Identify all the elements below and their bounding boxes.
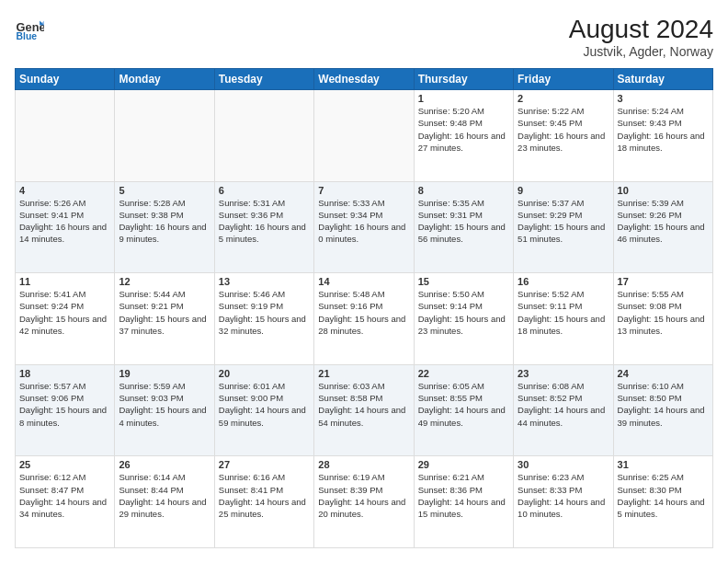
table-row: 18Sunrise: 5:57 AMSunset: 9:06 PMDayligh…: [16, 364, 115, 456]
daylight-text: Daylight: 15 hours and 46 minutes.: [618, 222, 705, 244]
sunrise-text: Sunrise: 5:48 AM: [318, 289, 384, 299]
sunset-text: Sunset: 9:26 PM: [618, 210, 682, 220]
table-row: 17Sunrise: 5:55 AMSunset: 9:08 PMDayligh…: [613, 273, 712, 365]
sunrise-text: Sunrise: 5:24 AM: [618, 106, 684, 116]
sunrise-text: Sunrise: 6:05 AM: [418, 381, 484, 391]
table-row: 25Sunrise: 6:12 AMSunset: 8:47 PMDayligh…: [16, 456, 115, 548]
day-info: Sunrise: 6:01 AMSunset: 9:00 PMDaylight:…: [219, 380, 310, 429]
sunset-text: Sunset: 8:39 PM: [318, 485, 382, 495]
logo-icon: General Blue: [15, 15, 44, 44]
day-number: 23: [518, 368, 609, 379]
sunrise-text: Sunrise: 5:35 AM: [418, 198, 484, 208]
calendar-subtitle: Justvik, Agder, Norway: [569, 44, 713, 59]
day-info: Sunrise: 6:19 AMSunset: 8:39 PMDaylight:…: [318, 471, 409, 520]
sunset-text: Sunset: 8:52 PM: [518, 393, 582, 403]
sunrise-text: Sunrise: 6:12 AM: [19, 472, 85, 482]
table-row: [214, 90, 313, 182]
day-info: Sunrise: 6:21 AMSunset: 8:36 PMDaylight:…: [418, 471, 509, 520]
sunrise-text: Sunrise: 5:26 AM: [19, 198, 85, 208]
table-row: 28Sunrise: 6:19 AMSunset: 8:39 PMDayligh…: [314, 456, 414, 548]
day-info: Sunrise: 5:31 AMSunset: 9:36 PMDaylight:…: [219, 197, 310, 246]
daylight-text: Daylight: 14 hours and 10 minutes.: [518, 497, 605, 519]
daylight-text: Daylight: 14 hours and 25 minutes.: [219, 497, 306, 519]
sunset-text: Sunset: 9:21 PM: [119, 301, 183, 311]
day-info: Sunrise: 5:26 AMSunset: 9:41 PMDaylight:…: [19, 197, 110, 246]
day-number: 2: [518, 93, 609, 104]
table-row: 11Sunrise: 5:41 AMSunset: 9:24 PMDayligh…: [16, 273, 115, 365]
day-number: 27: [219, 459, 310, 470]
day-info: Sunrise: 5:20 AMSunset: 9:48 PMDaylight:…: [418, 105, 509, 154]
daylight-text: Daylight: 15 hours and 56 minutes.: [418, 222, 506, 244]
daylight-text: Daylight: 16 hours and 27 minutes.: [418, 131, 506, 153]
daylight-text: Daylight: 14 hours and 54 minutes.: [318, 405, 405, 427]
sunset-text: Sunset: 9:38 PM: [119, 210, 183, 220]
table-row: 23Sunrise: 6:08 AMSunset: 8:52 PMDayligh…: [514, 364, 613, 456]
header-wednesday: Wednesday: [314, 69, 414, 90]
day-info: Sunrise: 5:28 AMSunset: 9:38 PMDaylight:…: [119, 197, 210, 246]
day-number: 20: [219, 368, 310, 379]
table-row: 30Sunrise: 6:23 AMSunset: 8:33 PMDayligh…: [514, 456, 613, 548]
table-row: 27Sunrise: 6:16 AMSunset: 8:41 PMDayligh…: [214, 456, 313, 548]
sunrise-text: Sunrise: 5:55 AM: [618, 289, 684, 299]
sunrise-text: Sunrise: 5:52 AM: [518, 289, 584, 299]
table-row: 6Sunrise: 5:31 AMSunset: 9:36 PMDaylight…: [214, 181, 313, 273]
sunset-text: Sunset: 8:44 PM: [119, 485, 183, 495]
sunset-text: Sunset: 8:58 PM: [318, 393, 382, 403]
day-info: Sunrise: 6:03 AMSunset: 8:58 PMDaylight:…: [318, 380, 409, 429]
day-number: 29: [418, 459, 509, 470]
sunrise-text: Sunrise: 6:16 AM: [219, 472, 285, 482]
header: General Blue August 2024 Justvik, Agder,…: [15, 15, 713, 59]
sunrise-text: Sunrise: 5:39 AM: [618, 198, 684, 208]
daylight-text: Daylight: 15 hours and 51 minutes.: [518, 222, 605, 244]
sunset-text: Sunset: 9:11 PM: [518, 301, 582, 311]
table-row: 29Sunrise: 6:21 AMSunset: 8:36 PMDayligh…: [414, 456, 513, 548]
daylight-text: Daylight: 15 hours and 23 minutes.: [418, 314, 506, 336]
sunrise-text: Sunrise: 5:46 AM: [219, 289, 285, 299]
daylight-text: Daylight: 14 hours and 5 minutes.: [618, 497, 705, 519]
sunset-text: Sunset: 8:30 PM: [618, 485, 682, 495]
day-info: Sunrise: 5:37 AMSunset: 9:29 PMDaylight:…: [518, 197, 609, 246]
table-row: 2Sunrise: 5:22 AMSunset: 9:45 PMDaylight…: [514, 90, 613, 182]
day-info: Sunrise: 5:39 AMSunset: 9:26 PMDaylight:…: [618, 197, 709, 246]
daylight-text: Daylight: 15 hours and 18 minutes.: [518, 314, 605, 336]
day-info: Sunrise: 5:22 AMSunset: 9:45 PMDaylight:…: [518, 105, 609, 154]
calendar-week-3: 11Sunrise: 5:41 AMSunset: 9:24 PMDayligh…: [16, 273, 713, 365]
day-info: Sunrise: 6:25 AMSunset: 8:30 PMDaylight:…: [618, 471, 709, 520]
daylight-text: Daylight: 16 hours and 9 minutes.: [119, 222, 206, 244]
sunrise-text: Sunrise: 6:08 AM: [518, 381, 584, 391]
day-number: 14: [318, 276, 409, 287]
sunrise-text: Sunrise: 6:25 AM: [618, 472, 684, 482]
daylight-text: Daylight: 15 hours and 8 minutes.: [19, 405, 107, 427]
day-number: 11: [19, 276, 110, 287]
day-number: 17: [618, 276, 709, 287]
sunset-text: Sunset: 9:06 PM: [19, 393, 84, 403]
sunset-text: Sunset: 9:00 PM: [219, 393, 283, 403]
sunrise-text: Sunrise: 5:22 AM: [518, 106, 584, 116]
table-row: 16Sunrise: 5:52 AMSunset: 9:11 PMDayligh…: [514, 273, 613, 365]
day-info: Sunrise: 5:59 AMSunset: 9:03 PMDaylight:…: [119, 380, 210, 429]
day-number: 19: [119, 368, 210, 379]
sunset-text: Sunset: 9:31 PM: [418, 210, 483, 220]
calendar-week-5: 25Sunrise: 6:12 AMSunset: 8:47 PMDayligh…: [16, 456, 713, 548]
table-row: 1Sunrise: 5:20 AMSunset: 9:48 PMDaylight…: [414, 90, 513, 182]
day-info: Sunrise: 5:46 AMSunset: 9:19 PMDaylight:…: [219, 288, 310, 337]
day-number: 1: [418, 93, 509, 104]
day-number: 30: [518, 459, 609, 470]
day-info: Sunrise: 5:44 AMSunset: 9:21 PMDaylight:…: [119, 288, 210, 337]
day-info: Sunrise: 5:24 AMSunset: 9:43 PMDaylight:…: [618, 105, 709, 154]
day-number: 31: [618, 459, 709, 470]
sunrise-text: Sunrise: 6:23 AM: [518, 472, 584, 482]
daylight-text: Daylight: 14 hours and 15 minutes.: [418, 497, 506, 519]
weekday-header-row: Sunday Monday Tuesday Wednesday Thursday…: [16, 69, 713, 90]
day-info: Sunrise: 6:10 AMSunset: 8:50 PMDaylight:…: [618, 380, 709, 429]
day-number: 10: [618, 185, 709, 196]
sunset-text: Sunset: 8:36 PM: [418, 485, 483, 495]
day-number: 5: [119, 185, 210, 196]
sunset-text: Sunset: 8:50 PM: [618, 393, 682, 403]
day-number: 4: [19, 185, 110, 196]
table-row: 10Sunrise: 5:39 AMSunset: 9:26 PMDayligh…: [613, 181, 712, 273]
daylight-text: Daylight: 14 hours and 29 minutes.: [119, 497, 206, 519]
day-info: Sunrise: 5:55 AMSunset: 9:08 PMDaylight:…: [618, 288, 709, 337]
table-row: 13Sunrise: 5:46 AMSunset: 9:19 PMDayligh…: [214, 273, 313, 365]
daylight-text: Daylight: 15 hours and 4 minutes.: [119, 405, 206, 427]
